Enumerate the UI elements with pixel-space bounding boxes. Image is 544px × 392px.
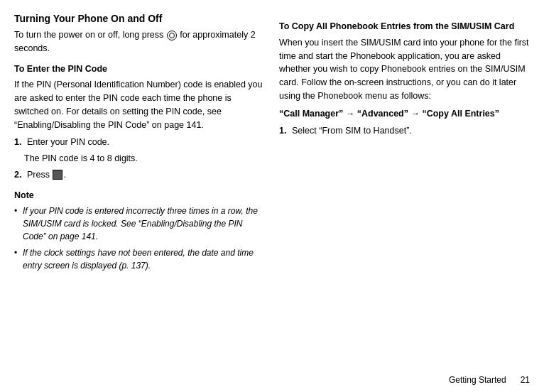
- intro-power-text: To turn the power on or off, long press …: [14, 28, 265, 55]
- right-section-heading: To Copy All Phonebook Entries from the S…: [279, 20, 530, 33]
- page-container: Turning Your Phone On and Off To turn th…: [0, 0, 544, 392]
- step-1-text: Enter your PIN code.: [27, 136, 265, 149]
- page-title: Turning Your Phone On and Off: [14, 13, 265, 24]
- step-2-press-text: Press: [27, 170, 50, 180]
- step-2-content: Press .: [27, 168, 265, 182]
- right-step-1-item: 1. Select “From SIM to Handset”.: [279, 124, 530, 138]
- note-heading: Note: [14, 189, 265, 202]
- step-2-number: 2.: [14, 168, 24, 182]
- right-bold-content: “Call Manager” → “Advanced” → “Copy All …: [279, 109, 499, 119]
- footer-section-label: Getting Started: [449, 375, 506, 385]
- ok-button-icon: [53, 170, 62, 180]
- page-footer: Getting Started 21: [449, 375, 530, 385]
- pin-body-text: If the PIN (Personal Identification Numb…: [14, 78, 265, 131]
- power-icon: [167, 31, 177, 40]
- right-bold-text: “Call Manager” → “Advanced” → “Copy All …: [279, 107, 530, 121]
- right-step-1-text: Select “From SIM to Handset”.: [292, 124, 530, 138]
- note-item-1: If your PIN code is entered incorrectly …: [14, 205, 265, 243]
- left-column: Turning Your Phone On and Off To turn th…: [14, 13, 265, 371]
- step-2-item: 2. Press .: [14, 168, 265, 182]
- right-step-1-number: 1.: [279, 124, 289, 138]
- right-column: To Copy All Phonebook Entries from the S…: [279, 13, 530, 371]
- right-intro-text: When you insert the SIM/USIM card into y…: [279, 36, 530, 103]
- footer-page-number: 21: [521, 375, 530, 385]
- pin-section-heading: To Enter the PIN Code: [14, 62, 265, 76]
- step-1-item: 1. Enter your PIN code.: [14, 136, 265, 149]
- intro-power-prefix: To turn the power on or off, long press: [14, 30, 163, 40]
- step-1-sub: The PIN code is 4 to 8 digits.: [24, 152, 265, 165]
- step-1-number: 1.: [14, 136, 24, 149]
- note-section: Note If your PIN code is entered incorre…: [14, 189, 265, 273]
- note-list: If your PIN code is entered incorrectly …: [14, 205, 265, 272]
- note-item-2: If the clock settings have not been ente…: [14, 246, 265, 272]
